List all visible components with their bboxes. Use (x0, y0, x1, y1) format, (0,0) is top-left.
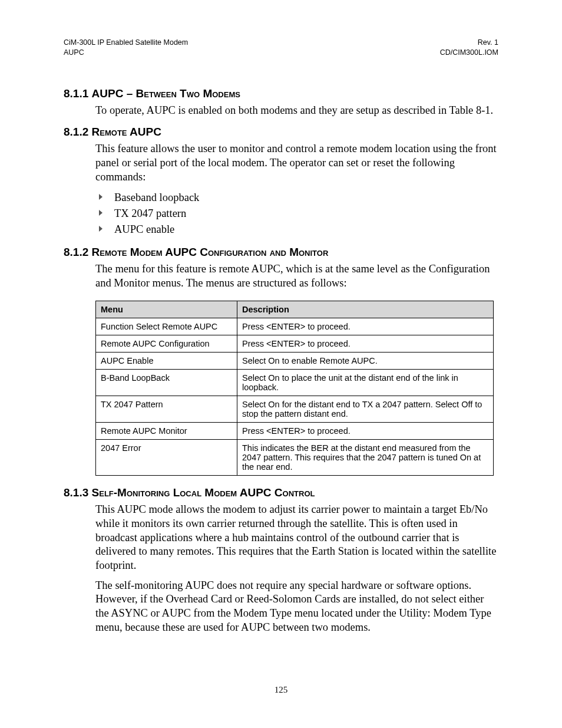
cell-desc: This indicates the BER at the distant en… (237, 440, 494, 476)
heading-number: 8.1.3 (64, 486, 92, 499)
table-header-row: Menu Description (96, 301, 494, 318)
cell-desc: Select On for the distant end to TX a 20… (237, 396, 494, 423)
running-header: CiM-300L IP Enabled Satellite Modem AUPC… (64, 38, 498, 58)
heading-813: 8.1.3 Self-Monitoring Local Modem AUPC C… (64, 486, 498, 499)
heading-812b: 8.1.2 Remote Modem AUPC Configuration an… (64, 246, 498, 259)
bullet-list-812a: Baseband loopback TX 2047 pattern AUPC e… (95, 190, 498, 237)
heading-title: Remote AUPC (92, 126, 161, 138)
table-header-description: Description (237, 301, 494, 318)
cell-menu: TX 2047 Pattern (96, 396, 237, 423)
table-row: 2047 Error This indicates the BER at the… (96, 440, 494, 476)
cell-menu: Function Select Remote AUPC (96, 318, 237, 335)
cell-menu: Remote AUPC Configuration (96, 335, 237, 353)
cell-desc: Press <ENTER> to proceed. (237, 423, 494, 440)
heading-number: 8.1.2 (64, 246, 92, 258)
heading-811: 8.1.1 AUPC – Between Two Modems (64, 87, 498, 100)
list-item: AUPC enable (95, 222, 498, 238)
para-812b-1: The menu for this feature is remote AUPC… (95, 262, 498, 290)
table-row: B-Band LoopBack Select On to place the u… (96, 370, 494, 396)
list-item: TX 2047 pattern (95, 206, 498, 222)
header-left-line1: CiM-300L IP Enabled Satellite Modem (64, 38, 188, 47)
heading-812a: 8.1.2 Remote AUPC (64, 126, 498, 139)
cell-desc: Select On to place the unit at the dista… (237, 370, 494, 396)
cell-desc: Select On to enable Remote AUPC. (237, 353, 494, 370)
list-item: Baseband loopback (95, 190, 498, 206)
table-row: Remote AUPC Monitor Press <ENTER> to pro… (96, 423, 494, 440)
cell-menu: AUPC Enable (96, 353, 237, 370)
header-right-line1: Rev. 1 (478, 38, 498, 47)
para-813-1: This AUPC mode allows the modem to adjus… (95, 503, 498, 572)
table-row: Remote AUPC Configuration Press <ENTER> … (96, 335, 494, 353)
para-813-2: The self-monitoring AUPC does not requir… (95, 579, 498, 635)
cell-desc: Press <ENTER> to proceed. (237, 318, 494, 335)
para-811-1: To operate, AUPC is enabled on both mode… (95, 104, 498, 118)
heading-number: 8.1.1 (64, 87, 92, 100)
cell-menu: 2047 Error (96, 440, 237, 476)
cell-menu: Remote AUPC Monitor (96, 423, 237, 440)
header-left-line2: AUPC (64, 48, 84, 57)
page-content: 8.1.1 AUPC – Between Two Modems To opera… (64, 87, 498, 635)
table-row: TX 2047 Pattern Select On for the distan… (96, 396, 494, 423)
heading-title: Remote Modem AUPC Configuration and Moni… (92, 246, 329, 258)
table-header-menu: Menu (96, 301, 237, 318)
heading-title: Self-Monitoring Local Modem AUPC Control (92, 486, 315, 499)
page-number: 125 (0, 685, 562, 695)
cell-desc: Press <ENTER> to proceed. (237, 335, 494, 353)
table-row: AUPC Enable Select On to enable Remote A… (96, 353, 494, 370)
para-812a-1: This feature allows the user to monitor … (95, 142, 498, 184)
heading-number: 8.1.2 (64, 126, 92, 138)
menu-description-table: Menu Description Function Select Remote … (95, 301, 494, 476)
header-right-line2: CD/CIM300L.IOM (440, 48, 498, 57)
cell-menu: B-Band LoopBack (96, 370, 237, 396)
document-page: CiM-300L IP Enabled Satellite Modem AUPC… (0, 0, 562, 728)
header-left: CiM-300L IP Enabled Satellite Modem AUPC (64, 38, 188, 58)
header-right: Rev. 1 CD/CIM300L.IOM (440, 38, 498, 58)
heading-title: AUPC – Between Two Modems (92, 87, 240, 100)
table-row: Function Select Remote AUPC Press <ENTER… (96, 318, 494, 335)
